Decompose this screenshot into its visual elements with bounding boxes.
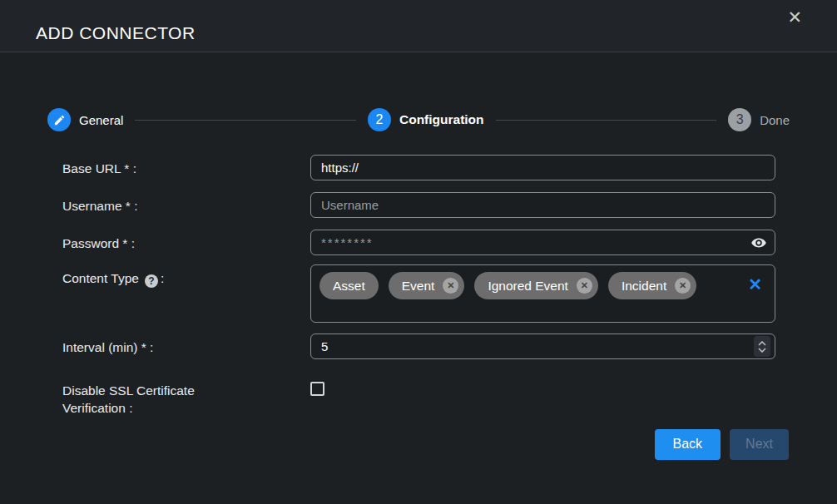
- clear-all-icon[interactable]: ✕: [748, 276, 762, 293]
- show-password-eye-icon[interactable]: [750, 235, 767, 251]
- close-icon[interactable]: ✕: [787, 8, 802, 26]
- modal-title: ADD CONNECTOR: [36, 23, 196, 43]
- interval-input[interactable]: [310, 334, 775, 359]
- base-url-input[interactable]: [310, 155, 775, 180]
- chip-ignored-event[interactable]: Ignored Event ✕: [474, 272, 598, 299]
- password-input[interactable]: [310, 230, 775, 255]
- add-connector-modal: ADD CONNECTOR ✕ General 2 Configuration …: [0, 0, 837, 504]
- form-row-interval: Interval (min) * :: [62, 334, 775, 359]
- ssl-verification-checkbox[interactable]: [310, 382, 324, 396]
- wizard-stepper: General 2 Configuration 3 Done: [47, 107, 790, 132]
- step-configuration[interactable]: 2 Configuration: [368, 108, 484, 131]
- step-done-circle: 3: [728, 108, 751, 131]
- form-row-password: Password * :: [62, 230, 775, 255]
- next-button[interactable]: Next: [730, 429, 789, 460]
- chip-event[interactable]: Event ✕: [389, 272, 465, 299]
- content-type-colon: :: [161, 271, 164, 285]
- chip-incident-remove-icon[interactable]: ✕: [675, 278, 691, 294]
- chip-asset[interactable]: Asset: [319, 272, 379, 299]
- step-done-number: 3: [736, 112, 744, 127]
- step-done-label: Done: [760, 113, 790, 127]
- password-label: Password * :: [62, 230, 310, 255]
- form-row-ssl: Disable SSL Certificate Verification :: [62, 377, 775, 418]
- pencil-icon: [53, 114, 66, 126]
- username-label: Username * :: [62, 192, 310, 218]
- step-general-circle: [47, 108, 71, 131]
- base-url-label: Base URL * :: [62, 155, 310, 180]
- chip-ignored-event-remove-icon[interactable]: ✕: [577, 278, 592, 294]
- step-general-label: General: [79, 113, 123, 127]
- form-row-username: Username * :: [62, 192, 775, 218]
- step-configuration-label: Configuration: [399, 112, 484, 127]
- modal-header: ADD CONNECTOR ✕: [0, 0, 837, 52]
- interval-label: Interval (min) * :: [62, 334, 310, 359]
- stepper-connector-line: [135, 120, 356, 121]
- username-input[interactable]: [310, 192, 775, 218]
- chip-event-remove-icon[interactable]: ✕: [443, 278, 458, 294]
- step-general[interactable]: General: [47, 108, 123, 131]
- footer-buttons: Back Next: [0, 429, 837, 460]
- step-configuration-circle: 2: [368, 108, 391, 131]
- chevron-up-icon: [758, 341, 766, 346]
- content-type-multiselect[interactable]: Asset Event ✕ Ignored Event ✕ Incident ✕: [310, 264, 775, 323]
- chevron-down-icon: [758, 348, 766, 353]
- number-stepper[interactable]: [754, 336, 770, 357]
- back-button[interactable]: Back: [655, 429, 721, 460]
- configuration-form: Base URL * : Username * : Password * : C…: [0, 155, 837, 418]
- stepper-connector-line: [496, 120, 717, 121]
- form-row-base-url: Base URL * :: [62, 155, 775, 180]
- ssl-label: Disable SSL Certificate Verification :: [62, 377, 310, 418]
- step-done: 3 Done: [728, 108, 790, 131]
- help-icon[interactable]: ?: [145, 274, 158, 288]
- step-configuration-number: 2: [376, 112, 384, 127]
- form-row-content-type: Content Type?: Asset Event ✕ Ignored Eve…: [62, 264, 775, 323]
- content-type-label: Content Type?:: [62, 264, 310, 323]
- chip-incident[interactable]: Incident ✕: [608, 272, 696, 299]
